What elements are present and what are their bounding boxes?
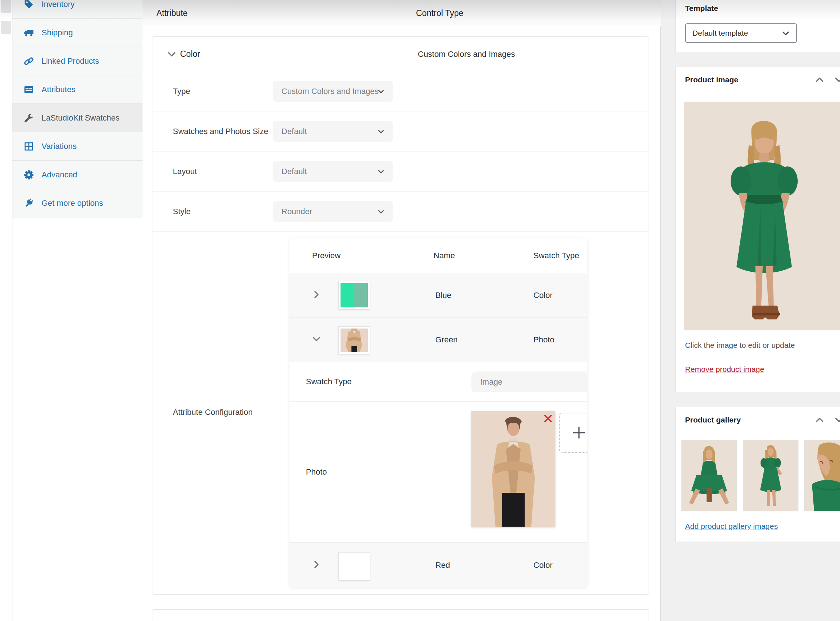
- tab-label: Inventory: [41, 0, 75, 9]
- preview-column-header: Preview: [312, 238, 340, 273]
- gallery-image-sitting: [682, 440, 737, 511]
- tab-shipping[interactable]: Shipping: [12, 18, 143, 47]
- move-down-icon[interactable]: [833, 414, 840, 428]
- tab-label: Get more options: [41, 198, 103, 208]
- gallery-thumb-3[interactable]: [804, 440, 840, 511]
- swatch-row-red[interactable]: Red Color: [290, 542, 587, 588]
- control-type-column-header: Control Type: [416, 0, 463, 26]
- chevron-down-icon: [779, 27, 792, 39]
- field-label: Swatches and Photos Size: [173, 111, 268, 151]
- tab-linked-products[interactable]: Linked Products: [12, 47, 143, 76]
- color-attribute-row[interactable]: Color Custom Colors and Images: [152, 37, 649, 71]
- move-up-icon[interactable]: [813, 74, 826, 88]
- name-column-header: Name: [433, 238, 455, 273]
- green-photo-image[interactable]: [471, 411, 555, 527]
- select-value: Default: [281, 127, 307, 136]
- plus-icon: [571, 425, 587, 441]
- expand-chevron-right-icon[interactable]: [311, 289, 322, 302]
- green-preview-photo: [338, 326, 370, 354]
- field-row-style: Style Rounder: [152, 192, 649, 232]
- expand-chevron-right-icon[interactable]: [311, 559, 322, 572]
- attribute-name: Color: [180, 37, 200, 71]
- template-panel: Template Default template: [675, 0, 840, 52]
- remove-product-image-link[interactable]: Remove product image: [685, 365, 764, 374]
- tag-icon: [23, 0, 34, 10]
- link-icon: [23, 56, 34, 67]
- field-row-layout: Layout Default: [152, 151, 649, 192]
- swatch-row-green[interactable]: Green Photo: [290, 317, 587, 362]
- wrench-icon: [23, 112, 34, 123]
- swatch-type-column-header: Swatch Type: [533, 238, 579, 273]
- product-image-hint: Click the image to edit or update: [685, 341, 795, 350]
- tab-attributes[interactable]: Attributes: [12, 76, 143, 104]
- green-swatch-type-select[interactable]: Image: [471, 371, 587, 392]
- swatch-type: Color: [533, 560, 553, 570]
- expand-chevron-down-icon[interactable]: [311, 333, 322, 346]
- admin-rail-block: [1, 0, 11, 13]
- product-data-tabs: Inventory Shipping Linked Products Attri…: [12, 0, 143, 217]
- swatch-name: Blue: [435, 291, 451, 300]
- swatch-right: [354, 283, 368, 307]
- style-select[interactable]: Rounder: [273, 201, 393, 222]
- tab-lastudiokit-swatches[interactable]: LaStudioKit Swatches: [12, 104, 143, 132]
- admin-rail-block: [1, 21, 11, 34]
- type-select[interactable]: Custom Colors and Images: [273, 81, 393, 102]
- swatch-config-table: Preview Name Swatch Type Blue Color: [290, 238, 587, 588]
- move-down-icon[interactable]: [833, 74, 840, 88]
- collapse-chevron-icon[interactable]: [166, 48, 178, 62]
- delete-photo-icon[interactable]: [543, 413, 553, 425]
- tab-label: Linked Products: [41, 56, 99, 66]
- swatch-row-blue[interactable]: Blue Color: [290, 273, 587, 317]
- add-gallery-images-link[interactable]: Add product gallery images: [685, 522, 778, 531]
- camel-coat-thumb-image: [340, 329, 368, 352]
- template-select[interactable]: Default template: [685, 23, 797, 43]
- tab-label: Variations: [41, 142, 77, 151]
- product-gallery-header[interactable]: Product gallery: [676, 407, 840, 432]
- tab-inventory[interactable]: Inventory: [12, 0, 143, 18]
- camel-coat-photo: [471, 411, 555, 527]
- blue-preview-swatch: [338, 281, 370, 310]
- green-dress-image: [684, 101, 840, 330]
- select-value: Default template: [692, 29, 748, 38]
- field-row-type: Type Custom Colors and Images: [152, 71, 649, 111]
- tab-label: LaStudioKit Swatches: [41, 113, 120, 123]
- chevron-down-icon: [585, 377, 587, 388]
- select-value: Image: [480, 377, 503, 387]
- index-card-icon: [23, 84, 34, 95]
- green-detail-photo-row: Photo: [290, 402, 587, 542]
- product-image-header[interactable]: Product image: [676, 67, 840, 92]
- gallery-thumb-1[interactable]: [681, 440, 737, 511]
- move-up-icon[interactable]: [813, 414, 826, 428]
- gallery-image-closeup: [805, 440, 840, 511]
- tab-get-more-options[interactable]: Get more options: [12, 189, 143, 217]
- gear-icon: [23, 170, 34, 180]
- select-value: Default: [281, 167, 307, 176]
- tab-label: Attributes: [41, 85, 76, 94]
- attribute-column-header: Attribute: [156, 0, 188, 26]
- admin-rail: [0, 0, 12, 621]
- chevron-down-icon: [375, 206, 386, 217]
- tab-advanced[interactable]: Advanced: [12, 161, 143, 189]
- featured-product-image[interactable]: [684, 101, 840, 330]
- product-image-panel: Product image: [675, 67, 840, 392]
- swatch-type-field-label: Swatch Type: [306, 377, 352, 386]
- photo-field-label: Photo: [306, 467, 327, 477]
- red-preview-swatch: [338, 553, 370, 580]
- tab-label: Advanced: [41, 170, 77, 180]
- add-photo-button[interactable]: [559, 413, 587, 453]
- select-value: Custom Colors and Images: [281, 87, 379, 96]
- tab-variations[interactable]: Variations: [12, 132, 143, 161]
- swatch-table-header-row: Preview Name Swatch Type: [290, 238, 587, 273]
- woocommerce-product-data-screen: Inventory Shipping Linked Products Attri…: [0, 0, 840, 621]
- field-row-size: Swatches and Photos Size Default: [152, 111, 649, 151]
- swatch-type: Color: [533, 291, 553, 300]
- product-image-title: Product image: [685, 67, 738, 92]
- swatches-size-select[interactable]: Default: [273, 121, 393, 142]
- layout-select[interactable]: Default: [273, 161, 393, 182]
- template-label: Template: [685, 4, 718, 13]
- gallery-thumb-2[interactable]: [743, 440, 799, 511]
- truck-icon: [23, 27, 34, 38]
- field-label: Style: [173, 192, 191, 232]
- swatches-table-header: Attribute Control Type: [143, 0, 661, 26]
- attribute-control-type-value: Custom Colors and Images: [418, 37, 515, 71]
